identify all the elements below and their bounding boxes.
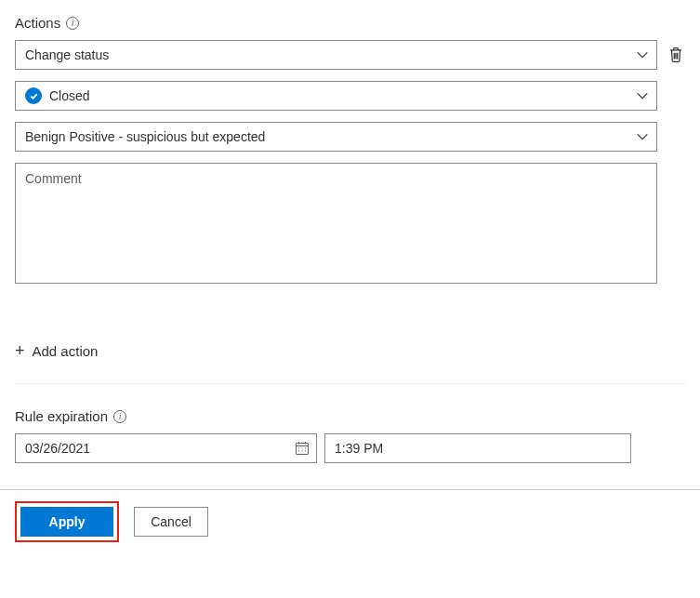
reason-dropdown[interactable]: Benign Positive - suspicious but expecte… [15, 122, 657, 152]
footer: Apply Cancel [15, 501, 685, 542]
rule-expiration-text: Rule expiration [15, 408, 108, 424]
chevron-down-icon [636, 89, 649, 102]
actions-label-text: Actions [15, 15, 60, 31]
reason-value: Benign Positive - suspicious but expecte… [25, 129, 265, 144]
chevron-down-icon [636, 48, 649, 61]
change-status-dropdown[interactable]: Change status [15, 40, 657, 70]
check-icon [25, 87, 42, 104]
info-icon[interactable]: i [66, 17, 79, 30]
status-dropdown[interactable]: Closed [15, 81, 657, 111]
divider [15, 383, 685, 384]
actions-label: Actions i [15, 15, 685, 31]
plus-icon: + [15, 342, 25, 359]
delete-action-button[interactable] [667, 46, 685, 64]
cancel-button[interactable]: Cancel [134, 507, 208, 537]
expiration-date-input[interactable] [15, 433, 317, 463]
status-value: Closed [49, 88, 90, 103]
apply-highlight: Apply [15, 501, 119, 542]
info-icon[interactable]: i [113, 410, 126, 423]
rule-expiration-label: Rule expiration i [15, 408, 685, 424]
add-action-button[interactable]: + Add action [15, 342, 685, 359]
chevron-down-icon [636, 130, 649, 143]
change-status-value: Change status [25, 47, 109, 62]
footer-divider [0, 489, 700, 490]
apply-button[interactable]: Apply [20, 507, 113, 537]
expiration-time-input[interactable] [324, 433, 631, 463]
trash-icon [667, 47, 684, 63]
comment-textarea[interactable] [15, 163, 657, 284]
add-action-label: Add action [33, 343, 99, 359]
